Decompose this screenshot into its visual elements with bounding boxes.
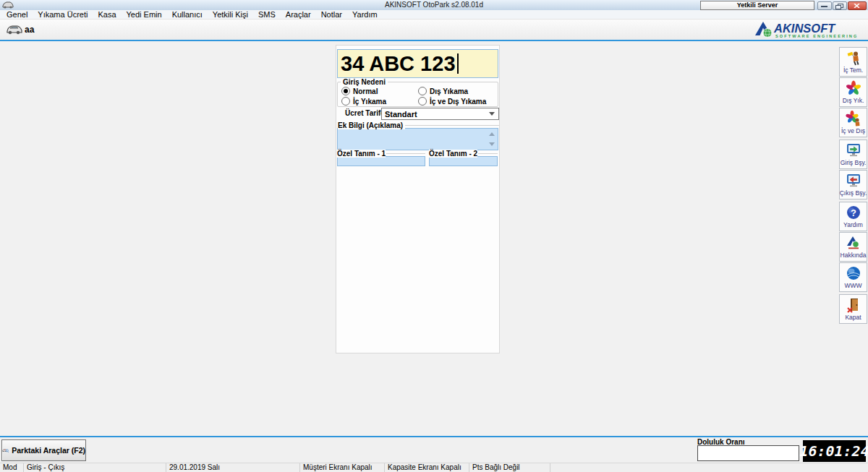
radio-dot-icon	[418, 87, 427, 95]
notes-label-line	[405, 125, 499, 126]
parked-cars-button[interactable]: Parktaki Araçlar (F2)	[1, 439, 86, 461]
menubar: Genel Yıkama Ücreti Kasa Yedi Emin Kulla…	[0, 10, 868, 20]
status-mode-label: Mod	[0, 463, 24, 472]
sidebar-button-ic-ve-dis[interactable]: İç ve Dış	[839, 108, 867, 137]
exterior-wash-icon	[846, 80, 861, 96]
menu-item-araclar[interactable]: Araçlar	[281, 10, 316, 20]
logo-text: AKINSOFT	[773, 22, 836, 35]
car-search-icon	[2, 445, 9, 457]
tariff-value: Standart	[382, 110, 489, 119]
radio-dis-yikama[interactable]: Dış Yıkama	[418, 87, 468, 95]
sidebar-button-cikis-bsy[interactable]: Çıkış Bşy.	[839, 170, 867, 199]
menu-item-yardim[interactable]: Yardım	[347, 10, 383, 20]
logo-tagline: SOFTWARE ENGINEERING	[775, 34, 858, 38]
radio-dot-icon	[418, 97, 427, 106]
sidebar-button-yardim[interactable]: ? Yardım	[839, 202, 867, 231]
menu-item-yikama-ucreti[interactable]: Yıkama Ücreti	[33, 10, 93, 20]
radio-ic-ve-dis-yikama[interactable]: İç ve Dış Yıkama	[418, 97, 486, 106]
custom1-input[interactable]	[337, 156, 425, 166]
menu-item-notlar[interactable]: Notlar	[316, 10, 347, 20]
sidebar-button-www[interactable]: WWW	[839, 262, 867, 292]
menu-item-sms[interactable]: SMS	[253, 10, 281, 20]
help-icon: ?	[846, 205, 861, 220]
custom1-label: Özel Tanım - 1	[337, 150, 386, 158]
radio-dot-icon	[341, 87, 350, 95]
sidebar-button-ic-temizlik[interactable]: İç Tem.	[839, 47, 867, 77]
entry-screen-icon	[846, 142, 861, 158]
digital-clock: 16:01:24	[803, 440, 866, 462]
custom2-label: Özel Tanım - 2	[429, 150, 477, 158]
restore-button[interactable]	[833, 1, 847, 10]
entry-reason-title: Giriş Nedeni	[341, 78, 388, 86]
car-icon	[6, 24, 22, 35]
radio-ic-yikama[interactable]: İç Yıkama	[341, 97, 386, 106]
radio-normal[interactable]: Normal	[341, 87, 378, 95]
interior-exterior-wash-icon	[846, 111, 861, 126]
custom2-input[interactable]	[429, 156, 498, 166]
sidebar-button-kapat[interactable]: Kapat	[839, 294, 867, 324]
occupancy-input[interactable]	[697, 445, 799, 461]
status-empty	[550, 463, 868, 472]
custom2-label-line	[478, 153, 498, 154]
minimize-button[interactable]	[817, 1, 832, 10]
close-button[interactable]	[848, 1, 867, 10]
status-capacity-screen: Kapasite Ekranı Kapalı	[385, 463, 469, 472]
menu-item-yedi-emin[interactable]: Yedi Emin	[122, 10, 167, 20]
scroll-up-icon[interactable]	[489, 132, 495, 136]
record-label: aa	[25, 25, 34, 35]
website-globe-icon	[846, 265, 861, 281]
plate-input[interactable]: 34 ABC 123	[337, 49, 498, 78]
interior-cleaning-icon	[846, 50, 861, 66]
menu-item-kullanici[interactable]: Kullanıcı	[167, 10, 208, 20]
exit-screen-icon	[846, 173, 861, 189]
tariff-select[interactable]: Standart	[381, 108, 499, 120]
menu-item-genel[interactable]: Genel	[1, 10, 33, 20]
server-button[interactable]: Yetkili Server	[700, 1, 814, 10]
status-customer-screen: Müşteri Ekranı Kapalı	[300, 463, 385, 472]
exit-door-icon	[846, 297, 861, 313]
toolbar: aa AKINSOFT SOFTWARE ENGINEERING	[0, 20, 868, 41]
about-icon	[846, 235, 861, 251]
notes-label: Ek Bilgi (Açıklama)	[338, 121, 405, 129]
notes-textarea[interactable]	[337, 128, 498, 150]
status-pts-connection: Pts Bağlı Değil	[469, 463, 550, 472]
chevron-down-icon	[489, 112, 495, 116]
plate-value: 34 ABC 123	[341, 52, 456, 76]
menu-item-yetkili-kisi[interactable]: Yetkili Kişi	[208, 10, 253, 20]
menu-item-kasa[interactable]: Kasa	[93, 10, 121, 20]
scroll-down-icon[interactable]	[489, 142, 495, 146]
statusbar: Mod Giriş - Çıkış 29.01.2019 Salı Müşter…	[0, 463, 868, 472]
status-mode-value: Giriş - Çıkış	[24, 463, 166, 472]
sidebar-button-giris-bsy[interactable]: Giriş Bşy.	[839, 140, 867, 169]
custom1-label-line	[386, 153, 425, 154]
sidebar-button-hakkinda[interactable]: Hakkında	[839, 232, 867, 262]
text-caret	[457, 53, 459, 74]
bottombar: Parktaki Araçlar (F2) Doluluk Oranı 16:0…	[0, 437, 868, 463]
akinsoft-logo: AKINSOFT SOFTWARE ENGINEERING	[754, 20, 865, 39]
svg-text:?: ?	[851, 207, 856, 218]
app-window: AKINSOFT OtoPark s2.08.01d Yetkili Serve…	[0, 0, 868, 472]
sidebar-button-dis-yikama[interactable]: Dış Yık.	[839, 77, 867, 107]
status-date: 29.01.2019 Salı	[166, 463, 300, 472]
radio-dot-icon	[341, 97, 350, 106]
close-icon	[854, 4, 860, 8]
